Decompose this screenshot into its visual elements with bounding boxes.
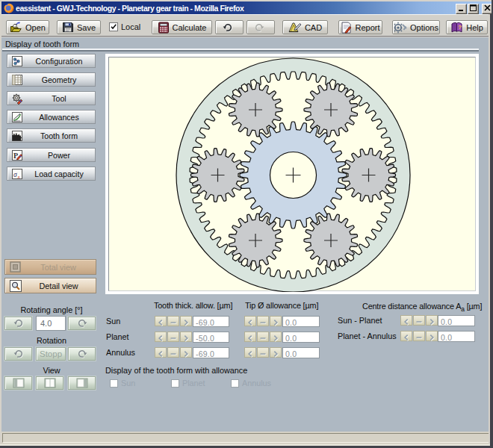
svg-text:?: ?: [459, 25, 462, 30]
svg-text:σ: σ: [13, 170, 17, 178]
